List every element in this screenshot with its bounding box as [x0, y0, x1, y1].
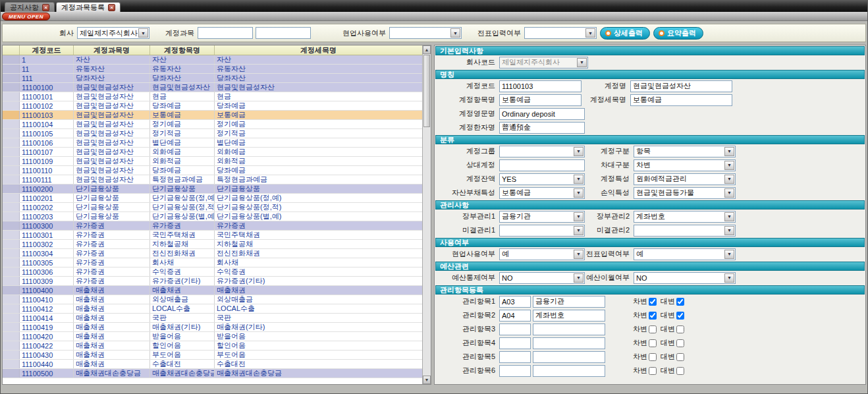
debit-checkbox[interactable]: [649, 367, 657, 375]
scrollbar-thumb[interactable]: [423, 55, 430, 127]
account-name-input[interactable]: [630, 80, 732, 92]
ledger1-select[interactable]: 금융기관 ▼: [499, 211, 585, 223]
mgmt-item-name-input[interactable]: [533, 296, 605, 308]
counter-account-input[interactable]: [499, 159, 585, 171]
table-row[interactable]: 11100309유가증권유가증권(기타)유가증권(기타): [3, 277, 422, 286]
table-row[interactable]: 11100430매출채권부도어음부도어음: [3, 351, 422, 360]
grid-header-subject[interactable]: 계정과목명: [74, 45, 150, 55]
grid-header-item[interactable]: 계정항목명: [150, 45, 215, 55]
mgmt-item-name-input[interactable]: [533, 324, 605, 335]
menu-open-button[interactable]: MENU OPEN: [2, 13, 50, 20]
hanja-name-input[interactable]: [499, 122, 585, 134]
table-row[interactable]: 11100414매출채권국판국판: [3, 314, 422, 323]
ledger2-select[interactable]: 계좌번호 ▼: [634, 211, 736, 223]
table-row[interactable]: 11100202단기금융상품단기금융상품(정,적)단기금융상품(정,적): [3, 203, 422, 212]
table-row[interactable]: 11100422매출채권할인어음할인어음: [3, 341, 422, 351]
close-icon[interactable]: ×: [108, 4, 115, 11]
table-row[interactable]: 1자산자산자산: [3, 55, 422, 65]
grid-header-code[interactable]: 계정코드: [20, 45, 74, 55]
debit-checkbox[interactable]: [649, 353, 657, 361]
table-row[interactable]: 11100101현금및현금성자산현금현금: [3, 92, 422, 101]
mgmt-item-code-input[interactable]: [499, 351, 531, 363]
field-use-select[interactable]: 예 ▼: [499, 248, 585, 260]
table-row[interactable]: 11100304유가증권전신전화채권전신전화채권: [3, 249, 422, 258]
table-row[interactable]: 11100420매출채권받을어음받을어음: [3, 332, 422, 341]
table-row[interactable]: 11100306유가증권수익증권수익증권: [3, 267, 422, 277]
slip-entry-select[interactable]: 예 ▼: [634, 248, 736, 260]
table-row[interactable]: 11100106현금및현금성자산별단예금별단예금: [3, 138, 422, 148]
budget-control-select[interactable]: NO ▼: [499, 272, 585, 284]
table-row[interactable]: 11100111현금및현금성자산특정현금과예금특정현금과예금: [3, 175, 422, 184]
table-row[interactable]: 11100105현금및현금성자산정기적금정기적금: [3, 129, 422, 138]
table-row[interactable]: 11100200단기금융상품단기금융상품단기금융상품: [3, 184, 422, 194]
table-row[interactable]: 11100110현금및현금성자산당좌예금당좌예금: [3, 166, 422, 175]
close-icon[interactable]: ×: [42, 4, 49, 11]
debit-credit-division-select[interactable]: 차변 ▼: [634, 159, 736, 171]
table-row[interactable]: 11100419매출채권매출채권(기타)매출채권(기타): [3, 323, 422, 332]
tab-notice[interactable]: 공지사항 ×: [5, 2, 55, 12]
company-select[interactable]: 제일제지주식회사 ▼: [77, 27, 149, 39]
table-row[interactable]: 11100107현금및현금성자산외화예금외화예금: [3, 148, 422, 157]
account-balance-select[interactable]: YES ▼: [499, 173, 585, 185]
mgmt-item-code-input[interactable]: [499, 365, 531, 377]
account-division-select[interactable]: 항목 ▼: [634, 146, 736, 157]
pending2-select[interactable]: ▼: [634, 225, 736, 237]
table-row[interactable]: 11100102현금및현금성자산당좌예금당좌예금: [3, 101, 422, 111]
mgmt-item-code-input[interactable]: [499, 310, 531, 322]
asset-trait-select[interactable]: 보통예금 ▼: [499, 187, 585, 199]
slip-entry-filter-select[interactable]: ▼: [524, 27, 597, 39]
credit-checkbox[interactable]: [676, 353, 684, 361]
table-row[interactable]: 11유동자산유동자산유동자산: [3, 65, 422, 74]
table-row[interactable]: 11100410매출채권외상매출금외상매출금: [3, 295, 422, 304]
table-row[interactable]: 11100300유가증권유가증권유가증권: [3, 221, 422, 231]
item-name-input[interactable]: [499, 94, 582, 106]
company-code-select[interactable]: 제일제지주식회사 ▼: [499, 57, 588, 69]
table-row[interactable]: 11100400매출채권매출채권매출채권: [3, 286, 422, 295]
table-row[interactable]: 111당좌자산당좌자산당좌자산: [3, 74, 422, 83]
debit-checkbox[interactable]: [649, 339, 657, 347]
table-row[interactable]: 11100500매출채권대손충당금매출채권대손충당금매출채권대손충당금: [3, 369, 422, 378]
tab-account-registration[interactable]: 계정과목등록 ×: [56, 2, 121, 12]
table-row[interactable]: 11100203단기금융상품단기금융상품(별,예)단기금융상품(별,예): [3, 212, 422, 221]
table-row[interactable]: 11100305유가증권회사채회사채: [3, 258, 422, 267]
account-trait-select[interactable]: 원화예적금관리 ▼: [634, 173, 736, 185]
credit-checkbox[interactable]: [676, 367, 684, 375]
debit-checkbox[interactable]: [649, 325, 657, 333]
table-row[interactable]: 11100412매출채권LOCAL수출LOCAL수출: [3, 304, 422, 314]
credit-checkbox[interactable]: [676, 339, 684, 347]
scroll-down-icon[interactable]: ▼: [423, 376, 431, 384]
table-row[interactable]: 11100302유가증권지하철공채지하철공채: [3, 240, 422, 249]
table-row[interactable]: 11100109현금및현금성자산외화적금외화적금: [3, 157, 422, 166]
table-scrollbar[interactable]: ▲ ▼: [422, 45, 431, 384]
credit-checkbox[interactable]: [676, 325, 684, 333]
table-row[interactable]: 11100103현금및현금성자산보통예금보통예금: [3, 111, 422, 120]
account-name-filter-input[interactable]: [256, 27, 311, 39]
grid-header-detail[interactable]: 계정세목명: [215, 45, 422, 55]
mgmt-item-code-input[interactable]: [499, 324, 531, 335]
pending1-select[interactable]: ▼: [499, 225, 585, 237]
pl-trait-select[interactable]: 현금및현금등가물 ▼: [634, 187, 736, 199]
mgmt-item-code-input[interactable]: [499, 296, 531, 308]
english-name-input[interactable]: [499, 108, 585, 120]
budget-carryover-select[interactable]: NO ▼: [634, 272, 736, 284]
debit-checkbox[interactable]: [649, 298, 657, 306]
detail-print-button[interactable]: 상세출력: [600, 27, 650, 40]
table-row[interactable]: 11100301유가증권국민주택채권국민주택채권: [3, 231, 422, 240]
account-code-input[interactable]: [499, 80, 582, 92]
account-group-select[interactable]: ▼: [499, 146, 585, 157]
scroll-up-icon[interactable]: ▲: [423, 45, 431, 54]
mgmt-item-name-input[interactable]: [533, 351, 605, 363]
credit-checkbox[interactable]: [676, 298, 684, 306]
field-use-filter-select[interactable]: ▼: [389, 27, 462, 39]
mgmt-item-name-input[interactable]: [533, 310, 605, 322]
mgmt-item-name-input[interactable]: [533, 365, 605, 377]
mgmt-item-name-input[interactable]: [533, 337, 605, 349]
debit-checkbox[interactable]: [649, 312, 657, 320]
table-row[interactable]: 11100440매출채권수출대전수출대전: [3, 360, 422, 369]
table-row[interactable]: 11100201단기금융상품단기금융상품(정,예)단기금융상품(정,예): [3, 194, 422, 203]
credit-checkbox[interactable]: [676, 312, 684, 320]
table-row[interactable]: 11100104현금및현금성자산정기예금정기예금: [3, 120, 422, 129]
detail-name-input[interactable]: [630, 94, 732, 106]
summary-print-button[interactable]: 요약출력: [653, 27, 703, 40]
account-code-filter-input[interactable]: [198, 27, 253, 39]
